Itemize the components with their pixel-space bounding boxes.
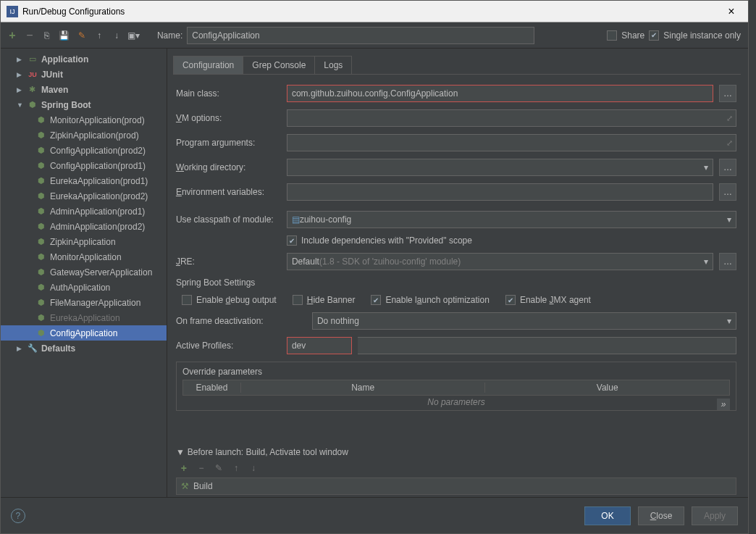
add-config-button[interactable]: +: [5, 28, 20, 43]
tree-application[interactable]: ▶▭Application: [1, 51, 167, 67]
share-checkbox[interactable]: Share: [607, 30, 644, 41]
tree-spring-item[interactable]: ⬢EurekaApplication(prod1): [1, 173, 167, 188]
ok-button[interactable]: OK: [584, 506, 631, 525]
config-toolbar: + − ⎘ 💾 ✎ ↑ ↓ ▣▾: [5, 28, 141, 43]
tree-spring-item-selected[interactable]: ⬢ConfigApplication: [1, 325, 167, 341]
tree-junit[interactable]: ▶JUJUnit: [1, 67, 167, 82]
tree-spring-item[interactable]: ⬢AdminApplication(prod1): [1, 204, 167, 219]
tree-spring-item[interactable]: ⬢FileManagerApplication: [1, 295, 167, 310]
config-tree[interactable]: ▶▭Application ▶JUJUnit ▶✱Maven ▼⬢Spring …: [1, 49, 167, 497]
app-icon: IJ: [7, 6, 18, 17]
tree-spring-item[interactable]: ⬢EurekaApplication(prod2): [1, 188, 167, 204]
name-label: Name:: [157, 30, 182, 41]
active-profiles-input[interactable]: [358, 337, 736, 354]
config-form: Main class: com.github.zuihou.config.Con…: [173, 75, 741, 495]
vm-options-label: VM options:: [176, 113, 281, 123]
titlebar: IJ Run/Debug Configurations ×: [1, 1, 748, 22]
before-launch-header[interactable]: ▼Before launch: Build, Activate tool win…: [176, 447, 736, 457]
tree-defaults[interactable]: ▶🔧Defaults: [1, 341, 167, 356]
tree-spring-item[interactable]: ⬢ConfigApplication(prod1): [1, 158, 167, 173]
apply-button[interactable]: Apply: [692, 506, 738, 525]
single-instance-checkbox[interactable]: ✔Single instance only: [649, 30, 741, 41]
main-class-label: Main class:: [176, 88, 281, 99]
browse-workdir-button[interactable]: …: [719, 159, 736, 176]
bl-add-button[interactable]: +: [177, 462, 190, 475]
module-select[interactable]: ▤ zuihou-config: [287, 211, 736, 228]
tree-spring-item[interactable]: ⬢GatewayServerApplication: [1, 264, 167, 280]
close-button[interactable]: Close: [638, 506, 684, 525]
tree-spring-item[interactable]: ⬢MonitorApplication: [1, 249, 167, 264]
window-title: Run/Debug Configurations: [22, 7, 721, 17]
bl-remove-button[interactable]: −: [195, 462, 208, 475]
tab-bar: Configuration Grep Console Logs: [173, 56, 741, 75]
override-title: Override parameters: [182, 367, 730, 377]
jre-select[interactable]: Default (1.8 - SDK of 'zuihou-config' mo…: [287, 253, 713, 270]
before-launch-item[interactable]: ⚒Build: [176, 477, 736, 495]
bl-up-button[interactable]: ↑: [230, 462, 243, 475]
browse-env-button[interactable]: …: [719, 183, 736, 201]
jre-label: JRE:: [176, 256, 281, 267]
move-down-button[interactable]: ↓: [109, 28, 124, 43]
working-dir-label: Working directory:: [176, 162, 281, 172]
save-config-button[interactable]: 💾: [57, 28, 72, 43]
active-profiles-input-highlighted[interactable]: dev: [287, 337, 352, 354]
tree-spring-boot[interactable]: ▼⬢Spring Boot: [1, 97, 167, 112]
env-vars-input[interactable]: [287, 183, 713, 201]
tree-spring-item[interactable]: ⬢EurekaApplication: [1, 310, 167, 325]
use-classpath-label: Use classpath of module:: [176, 214, 281, 225]
hide-banner-checkbox[interactable]: Hide Banner: [293, 295, 356, 305]
tree-spring-item[interactable]: ⬢AdminApplication(prod2): [1, 219, 167, 234]
close-icon[interactable]: ×: [721, 1, 742, 22]
program-args-input[interactable]: [287, 134, 736, 151]
enable-jmx-checkbox[interactable]: ✔Enable JMX agent: [505, 295, 591, 305]
config-name-input[interactable]: [187, 27, 534, 44]
main-class-input[interactable]: com.github.zuihou.config.ConfigApplicati…: [287, 85, 713, 102]
vm-options-input[interactable]: [287, 109, 736, 127]
override-empty: No parameters»: [182, 396, 730, 410]
enable-debug-checkbox[interactable]: Enable debug output: [182, 295, 277, 305]
enable-launch-opt-checkbox[interactable]: ✔Enable launch optimization: [371, 295, 489, 305]
working-dir-input[interactable]: [287, 159, 713, 176]
override-more-button[interactable]: »: [717, 399, 730, 410]
dialog-footer: ? OK Close Apply: [1, 497, 748, 533]
browse-jre-button[interactable]: …: [719, 253, 736, 270]
edit-templates-button[interactable]: ✎: [75, 28, 89, 43]
tree-maven[interactable]: ▶✱Maven: [1, 82, 167, 97]
tab-grep-console[interactable]: Grep Console: [243, 56, 315, 74]
browse-main-class-button[interactable]: …: [719, 85, 736, 102]
bl-edit-button[interactable]: ✎: [212, 462, 225, 475]
on-frame-select[interactable]: Do nothing: [312, 312, 736, 330]
tree-spring-item[interactable]: ⬢ZipkinApplication(prod): [1, 128, 167, 143]
tree-spring-item[interactable]: ⬢AuthApplication: [1, 280, 167, 295]
tree-spring-item[interactable]: ⬢ZipkinApplication: [1, 234, 167, 249]
remove-config-button[interactable]: −: [22, 28, 37, 43]
move-up-button[interactable]: ↑: [92, 28, 106, 43]
top-toolbar-row: + − ⎘ 💾 ✎ ↑ ↓ ▣▾ Name: Share ✔Single ins…: [1, 22, 748, 49]
folder-button[interactable]: ▣▾: [127, 28, 141, 43]
spring-settings-label: Spring Boot Settings: [176, 278, 736, 288]
help-button[interactable]: ?: [11, 509, 25, 523]
copy-config-button[interactable]: ⎘: [40, 28, 54, 43]
override-table-header: Enabled Name Value: [182, 380, 730, 396]
before-launch-section: ▼Before launch: Build, Activate tool win…: [176, 447, 736, 495]
program-args-label: Program arguments:: [176, 138, 281, 148]
override-params-box: Override parameters Enabled Name Value N…: [176, 362, 736, 411]
tree-spring-item[interactable]: ⬢ConfigApplication(prod2): [1, 143, 167, 158]
run-debug-dialog: IJ Run/Debug Configurations × + − ⎘ 💾 ✎ …: [0, 0, 749, 534]
active-profiles-label: Active Profiles:: [176, 341, 281, 351]
main-panel: Configuration Grep Console Logs Main cla…: [167, 49, 748, 497]
tab-logs[interactable]: Logs: [314, 56, 352, 74]
tree-spring-item[interactable]: ⬢MonitorApplication(prod): [1, 112, 167, 128]
include-provided-checkbox[interactable]: ✔Include dependencies with "Provided" sc…: [287, 235, 472, 246]
tab-configuration[interactable]: Configuration: [173, 56, 243, 74]
env-vars-label: Environment variables:: [176, 187, 281, 197]
bl-down-button[interactable]: ↓: [247, 462, 260, 475]
on-frame-label: On frame deactivation:: [176, 316, 306, 326]
